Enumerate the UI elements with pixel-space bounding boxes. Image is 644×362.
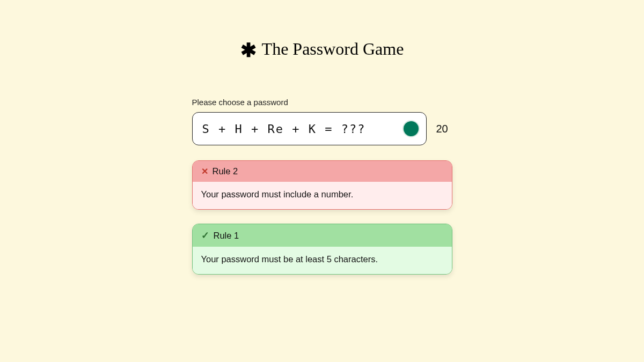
rule-text: Your password must include a number. xyxy=(193,182,452,209)
main-content: Please choose a password S + H + Re + K … xyxy=(192,98,452,289)
rule-header: ✓ Rule 1 xyxy=(193,224,452,247)
rule-card-pass: ✓ Rule 1 Your password must be at least … xyxy=(192,224,452,275)
rule-card-fail: ✕ Rule 2 Your password must include a nu… xyxy=(192,160,452,210)
page-title: ✱ The Password Game xyxy=(240,38,404,60)
rule-name: Rule 2 xyxy=(213,166,238,176)
input-row: S + H + Re + K = ??? 20 xyxy=(192,112,452,145)
check-icon: ✓ xyxy=(201,230,209,241)
password-input[interactable]: S + H + Re + K = ??? xyxy=(192,112,427,145)
char-counter: 20 xyxy=(436,123,452,135)
title-text: The Password Game xyxy=(262,39,404,59)
password-text: S + H + Re + K = ??? xyxy=(202,122,404,136)
rule-text: Your password must be at least 5 charact… xyxy=(193,247,452,274)
rule-name: Rule 1 xyxy=(214,231,239,241)
asterisk-icon: ✱ xyxy=(240,39,257,62)
rule-header: ✕ Rule 2 xyxy=(193,161,452,182)
x-icon: ✕ xyxy=(201,166,208,176)
moon-phase-icon xyxy=(404,121,419,136)
password-label: Please choose a password xyxy=(192,98,452,107)
